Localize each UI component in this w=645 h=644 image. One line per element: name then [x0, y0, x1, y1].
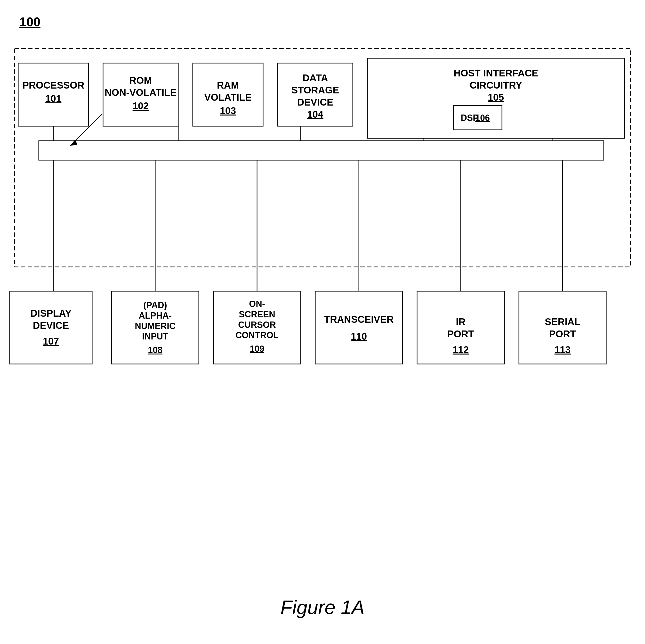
svg-text:(PAD): (PAD) — [143, 300, 167, 310]
svg-text:SCREEN: SCREEN — [239, 309, 275, 319]
svg-text:112: 112 — [453, 344, 469, 355]
svg-text:CIRCUITRY: CIRCUITRY — [470, 80, 522, 91]
svg-text:110: 110 — [351, 331, 367, 342]
svg-rect-1 — [39, 141, 604, 160]
svg-rect-0 — [15, 48, 630, 267]
svg-rect-16 — [18, 63, 88, 126]
svg-text:CONTROL: CONTROL — [235, 330, 279, 340]
svg-text:PORT: PORT — [549, 329, 576, 339]
svg-text:HOST INTERFACE: HOST INTERFACE — [454, 68, 538, 78]
svg-rect-43 — [112, 291, 199, 364]
svg-text:NUMERIC: NUMERIC — [135, 321, 176, 331]
svg-rect-23 — [193, 63, 263, 126]
svg-text:101: 101 — [45, 93, 61, 104]
svg-text:RAM: RAM — [217, 80, 239, 91]
svg-rect-39 — [10, 291, 92, 364]
svg-text:109: 109 — [250, 344, 264, 354]
svg-rect-55 — [315, 291, 403, 364]
svg-text:DEVICE: DEVICE — [33, 320, 69, 331]
svg-rect-49 — [213, 291, 301, 364]
svg-text:102: 102 — [133, 101, 149, 111]
svg-text:DEVICE: DEVICE — [297, 97, 334, 108]
svg-text:107: 107 — [43, 336, 59, 346]
svg-rect-58 — [417, 291, 504, 364]
svg-line-7 — [70, 114, 102, 146]
svg-text:103: 103 — [220, 105, 236, 116]
svg-text:CURSOR: CURSOR — [238, 320, 276, 330]
svg-text:DSP: DSP — [461, 113, 479, 123]
svg-text:SERIAL: SERIAL — [545, 316, 581, 327]
svg-text:STORAGE: STORAGE — [291, 85, 339, 95]
svg-text:106: 106 — [475, 113, 490, 123]
svg-text:VOLATILE: VOLATILE — [204, 92, 252, 103]
svg-text:113: 113 — [555, 344, 571, 355]
svg-rect-19 — [103, 63, 178, 126]
svg-rect-32 — [367, 58, 624, 138]
svg-text:PROCESSOR: PROCESSOR — [22, 80, 84, 91]
svg-text:INPUT: INPUT — [142, 331, 168, 341]
svg-rect-27 — [278, 63, 353, 126]
svg-rect-62 — [519, 291, 606, 364]
svg-text:IR: IR — [456, 316, 466, 327]
svg-rect-36 — [453, 106, 502, 130]
svg-text:NON-VOLATILE: NON-VOLATILE — [104, 87, 177, 98]
svg-text:PORT: PORT — [447, 329, 474, 339]
svg-text:Figure 1A: Figure 1A — [280, 597, 365, 618]
svg-text:ON-: ON- — [249, 299, 265, 309]
svg-text:DATA: DATA — [302, 72, 328, 83]
svg-text:DISPLAY: DISPLAY — [30, 308, 71, 319]
diagram-label: 100 — [19, 15, 40, 29]
svg-text:ROM: ROM — [129, 75, 152, 86]
svg-text:104: 104 — [307, 109, 324, 120]
svg-text:111: 111 — [104, 115, 121, 126]
svg-text:108: 108 — [148, 345, 163, 355]
svg-text:TRANSCEIVER: TRANSCEIVER — [324, 314, 394, 325]
svg-text:105: 105 — [488, 92, 504, 103]
svg-marker-8 — [70, 140, 77, 146]
svg-text:ALPHA-: ALPHA- — [139, 311, 172, 321]
